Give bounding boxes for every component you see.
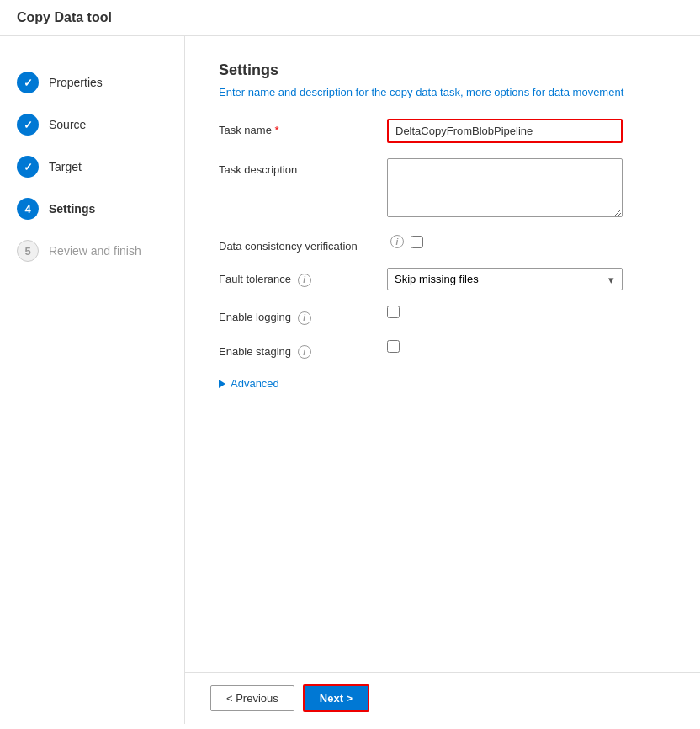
task-name-input[interactable]: [387, 119, 623, 143]
task-name-row: Task name: [219, 119, 666, 143]
fault-tolerance-row: Fault tolerance i Skip missing files No …: [219, 268, 666, 290]
checkmark-icon-source: ✓: [24, 119, 33, 131]
section-title: Settings: [219, 61, 666, 79]
step-circle-target: ✓: [17, 156, 39, 178]
next-button[interactable]: Next >: [303, 684, 369, 712]
step-circle-review: 5: [17, 240, 39, 262]
task-description-wrap: [387, 158, 666, 220]
sidebar-item-review[interactable]: 5 Review and finish: [0, 230, 184, 272]
sidebar-item-settings[interactable]: 4 Settings: [0, 188, 184, 230]
enable-logging-row: Enable logging i: [219, 306, 666, 325]
enable-staging-wrap: [387, 340, 666, 355]
step-number-settings: 4: [24, 203, 30, 216]
enable-staging-label: Enable staging i: [219, 340, 387, 359]
enable-logging-label: Enable logging i: [219, 306, 387, 325]
data-consistency-wrap: i: [387, 235, 666, 248]
advanced-toggle[interactable]: Advanced: [219, 374, 666, 393]
task-description-input[interactable]: [387, 158, 623, 217]
data-consistency-label: Data consistency verification: [219, 235, 387, 253]
step-circle-settings: 4: [17, 198, 39, 220]
enable-logging-checkbox[interactable]: [387, 306, 400, 318]
checkmark-icon: ✓: [24, 77, 33, 89]
sidebar-item-target[interactable]: ✓ Target: [0, 146, 184, 188]
checkmark-icon-target: ✓: [24, 161, 33, 173]
sidebar-label-review: Review and finish: [49, 244, 141, 258]
fault-tolerance-select-wrapper: Skip missing files No skip All skip: [387, 268, 623, 290]
step-circle-properties: ✓: [17, 72, 39, 93]
task-name-label: Task name: [219, 119, 387, 136]
previous-button[interactable]: < Previous: [210, 685, 294, 711]
task-name-wrap: [387, 119, 666, 143]
enable-logging-wrap: [387, 306, 666, 321]
data-consistency-info-icon: i: [390, 235, 404, 248]
enable-staging-info-icon: i: [298, 345, 311, 359]
advanced-label: Advanced: [231, 377, 279, 390]
footer: < Previous Next >: [185, 672, 700, 724]
content-area: Settings Enter name and description for …: [185, 36, 700, 724]
step-number-review: 5: [24, 245, 30, 258]
sidebar-label-target: Target: [49, 160, 82, 173]
enable-logging-info-icon: i: [298, 311, 311, 325]
section-subtitle: Enter name and description for the copy …: [219, 86, 666, 98]
app-title: Copy Data tool: [0, 0, 700, 36]
content-body: Settings Enter name and description for …: [185, 36, 700, 672]
sidebar-item-source[interactable]: ✓ Source: [0, 104, 184, 146]
sidebar-label-settings: Settings: [49, 202, 95, 216]
sidebar: ✓ Properties ✓ Source ✓ Target 4 Setting…: [0, 36, 185, 724]
enable-staging-row: Enable staging i: [219, 340, 666, 359]
task-description-row: Task description: [219, 158, 666, 220]
fault-tolerance-wrap: Skip missing files No skip All skip: [387, 268, 666, 290]
data-consistency-row: Data consistency verification i: [219, 235, 666, 253]
sidebar-label-properties: Properties: [49, 76, 103, 89]
step-circle-source: ✓: [17, 114, 39, 136]
fault-tolerance-label: Fault tolerance i: [219, 268, 387, 287]
sidebar-item-properties[interactable]: ✓ Properties: [0, 61, 184, 104]
enable-staging-checkbox[interactable]: [387, 340, 400, 353]
fault-tolerance-select[interactable]: Skip missing files No skip All skip: [387, 268, 623, 290]
task-description-label: Task description: [219, 158, 387, 176]
sidebar-label-source: Source: [49, 118, 86, 131]
fault-tolerance-info-icon: i: [298, 274, 311, 287]
advanced-triangle-icon: [219, 380, 225, 388]
data-consistency-checkbox[interactable]: [411, 236, 423, 248]
